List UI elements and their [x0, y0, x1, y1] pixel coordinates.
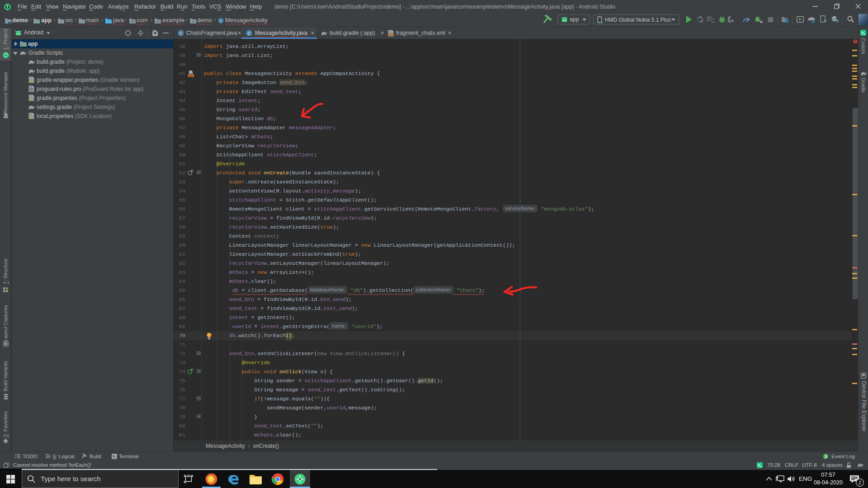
svg-text:C: C [248, 31, 251, 36]
svg-text:<>: <> [189, 74, 193, 78]
svg-text:2: 2 [859, 480, 861, 485]
svg-text:</>: </> [389, 33, 393, 37]
svg-text:C: C [179, 31, 183, 36]
svg-text:C: C [219, 19, 222, 23]
svg-text:A: A [700, 19, 703, 23]
svg-text:1: 1 [825, 454, 827, 459]
